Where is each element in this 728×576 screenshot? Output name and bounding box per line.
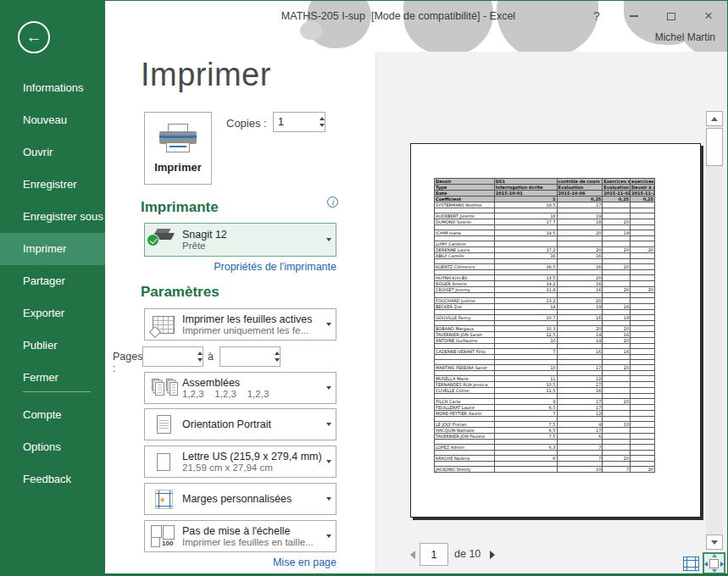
preview-cell	[631, 411, 655, 417]
preview-cell: 20	[603, 264, 631, 270]
sidebar-item-compte[interactable]: Compte	[0, 399, 105, 431]
preview-cell: 20	[631, 287, 655, 293]
sidebar-item-exporter[interactable]: Exporter	[0, 297, 105, 330]
paper-size-dropdown[interactable]: Lettre US (215,9 x 279,4 mm) 21,59 cm x …	[144, 446, 336, 478]
show-margins-icon[interactable]	[683, 557, 699, 571]
preview-cell	[557, 241, 603, 247]
preview-cell: 19	[557, 213, 603, 219]
preview-cell: 16	[557, 287, 603, 293]
preview-table-row: CADENNE-VERANT Félix71616	[435, 349, 655, 355]
preview-table-row: GOUVILLE Fanny10,71619	[435, 315, 655, 321]
preview-cell: 20	[631, 247, 655, 253]
preview-cell	[603, 434, 631, 440]
pages-from-stepper[interactable]	[142, 346, 203, 367]
preview-cell: ICHIM Ioana	[435, 230, 495, 236]
preview-cell: LOPEZ Adrien	[435, 445, 495, 451]
sidebar-item-nouveau[interactable]: Nouveau	[0, 104, 105, 136]
help-icon[interactable]: ?	[588, 8, 605, 25]
spin-down-icon[interactable]	[320, 124, 325, 127]
orientation-dropdown[interactable]: Orientation Portrait	[144, 408, 336, 440]
preview-cell: DUMOND Solenn	[435, 219, 495, 225]
sidebar-item-enregistrer[interactable]: Enregistrer	[0, 169, 105, 201]
printer-properties-link[interactable]: Propriétés de l'imprimante	[144, 261, 336, 273]
preview-header-cell: 2015-10-01	[494, 191, 557, 197]
pages-from-input[interactable]	[143, 347, 197, 366]
scrollbar-down-icon[interactable]	[706, 534, 723, 550]
minimize-icon[interactable]	[625, 8, 642, 25]
maximize-icon[interactable]	[663, 8, 680, 25]
spin-up-icon[interactable]	[197, 352, 203, 355]
preview-table-row: FOUCHARD Justine13,220	[435, 298, 655, 304]
sidebar-item-enregistrer-sous[interactable]: Enregistrer sous	[0, 201, 105, 233]
close-icon[interactable]: ×	[700, 8, 717, 25]
scrollbar-track[interactable]	[706, 111, 723, 550]
previous-page-icon[interactable]	[410, 551, 415, 559]
preview-table-header-row: Coefficient10,250,250,25	[435, 197, 655, 202]
page-setup-link[interactable]: Mise en page	[144, 557, 336, 568]
sidebar-item-fermer[interactable]: Fermer	[0, 362, 105, 394]
spin-down-icon[interactable]	[275, 358, 280, 362]
spin-up-icon[interactable]	[275, 352, 280, 355]
copies-input[interactable]	[274, 113, 320, 131]
preview-table-row: KUENTZ Clémence16,51620	[435, 264, 655, 270]
preview-cell	[603, 253, 631, 259]
sidebar-item-ouvrir[interactable]: Ouvrir	[0, 136, 105, 169]
sidebar-item-informations[interactable]: Informations	[0, 72, 105, 104]
preview-table-row: DERENNE Laura17,2202020	[435, 247, 655, 253]
sidebar-item-publier[interactable]: Publier	[0, 330, 105, 362]
info-icon[interactable]: i	[327, 197, 338, 208]
preview-cell: CUVELLE Coline	[435, 388, 495, 394]
preview-cell	[631, 264, 655, 270]
preview-table-row: BECKER Zoé141916	[435, 304, 655, 310]
printer-dropdown[interactable]: Snagit 12 Prête	[144, 223, 336, 257]
spin-down-icon[interactable]	[197, 358, 203, 362]
sidebar-item-options[interactable]: Options	[0, 431, 105, 463]
back-button[interactable]: ←	[18, 21, 50, 53]
pages-to-stepper[interactable]	[220, 346, 281, 367]
preview-cell: 20	[557, 230, 603, 236]
preview-header-cell: DS1	[494, 179, 557, 185]
preview-cell: 19	[603, 315, 631, 321]
scrollbar-up-icon[interactable]	[706, 111, 723, 126]
chevron-down-icon	[322, 497, 336, 501]
sidebar-item-partager[interactable]: Partager	[0, 265, 105, 297]
pages-to-input[interactable]	[220, 347, 275, 366]
sidebar-divider	[23, 391, 91, 392]
preview-cell: HUYNH Kim-Bô	[435, 275, 495, 281]
preview-cell	[603, 388, 631, 394]
preview-header-cell: 2015-10-06	[557, 191, 603, 197]
preview-cell: 20	[603, 399, 631, 405]
current-page-input[interactable]	[420, 543, 448, 566]
preview-cell	[494, 467, 557, 473]
printer-status: Prête	[182, 241, 322, 251]
scaling-dropdown[interactable]: 100 Pas de mise à l'échelle Imprimer les…	[144, 520, 336, 552]
print-button[interactable]: Imprimer	[144, 112, 212, 185]
preview-cell: TAVERNIER-JON Pauline	[435, 434, 495, 440]
preview-cell: 19	[603, 230, 631, 236]
preview-cell: 17	[557, 365, 603, 371]
preview-cell: PILCH Carla	[435, 399, 495, 405]
spin-up-icon[interactable]	[320, 117, 325, 120]
collation-dropdown[interactable]: Assemblées 1,2,3 1,2,3 1,2,3	[144, 372, 336, 404]
preview-table-header-row: Date2015-10-012015-10-062015-11-022015-1…	[435, 191, 655, 197]
copies-stepper[interactable]	[273, 112, 325, 132]
pages-label: Pages :	[113, 351, 142, 374]
preview-table-row: ROGER Amelie14,216	[435, 281, 655, 287]
preview-table-row: ICHIM Ioana14,52019	[435, 230, 655, 236]
print-active-sheets-icon	[153, 316, 175, 334]
zoom-to-page-button[interactable]	[703, 552, 725, 574]
print-what-dropdown[interactable]: Imprimer les feuilles actives Imprimer u…	[144, 308, 336, 341]
preview-cell: 16	[557, 281, 603, 287]
scrollbar-thumb[interactable]	[706, 128, 723, 166]
preview-cell: 10	[494, 365, 557, 371]
next-page-icon[interactable]	[490, 551, 495, 559]
copies-spin-buttons[interactable]	[320, 113, 325, 131]
preview-table-row: LE JOLY Florian7,5410	[435, 422, 655, 428]
margins-dropdown[interactable]: Marges personnalisées	[144, 483, 336, 515]
preview-cell: 20	[603, 287, 631, 293]
preview-cell: 19,5	[494, 202, 557, 208]
preview-cell: 14,5	[494, 230, 557, 236]
sidebar-item-feedback[interactable]: Feedback	[0, 463, 105, 496]
sidebar-item-imprimer[interactable]: Imprimer	[0, 233, 105, 265]
preview-cell	[603, 281, 631, 287]
